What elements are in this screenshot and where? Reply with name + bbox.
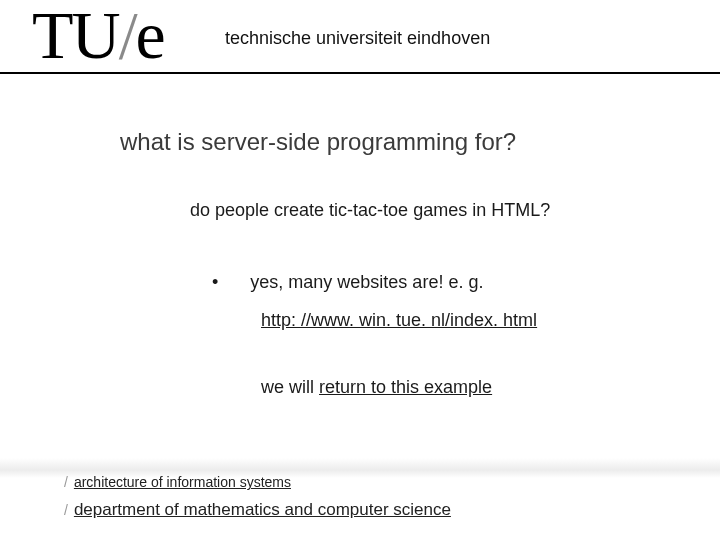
footer-slash-1: /	[64, 474, 68, 490]
slide-title: what is server-side programming for?	[120, 128, 516, 156]
logo-tu: TU	[32, 0, 119, 73]
header-divider	[0, 72, 720, 74]
footer-line-2: /department of mathematics and computer …	[64, 495, 451, 526]
footer-line-1: /architecture of information systems	[64, 470, 451, 495]
logo-e: e	[136, 0, 164, 73]
bullet-text: yes, many websites are! e. g.	[250, 272, 483, 293]
slide-question: do people create tic-tac-toe games in HT…	[190, 200, 550, 221]
footer-link-2[interactable]: department of mathematics and computer s…	[74, 500, 451, 519]
example-link[interactable]: http: //www. win. tue. nl/index. html	[261, 310, 537, 331]
return-underlined: return to this example	[319, 377, 492, 397]
university-name: technische universiteit eindhoven	[225, 28, 490, 49]
bullet-mark: •	[212, 272, 218, 293]
logo-slash: /	[119, 0, 136, 73]
footer: /architecture of information systems /de…	[64, 470, 451, 526]
bullet-item: • yes, many websites are! e. g.	[212, 272, 483, 293]
header: TU/e technische universiteit eindhoven	[0, 0, 720, 82]
logo: TU/e	[32, 0, 164, 75]
return-prefix: we will	[261, 377, 319, 397]
return-line: we will return to this example	[261, 377, 492, 398]
footer-link-1[interactable]: architecture of information systems	[74, 474, 291, 490]
footer-slash-2: /	[64, 502, 68, 518]
